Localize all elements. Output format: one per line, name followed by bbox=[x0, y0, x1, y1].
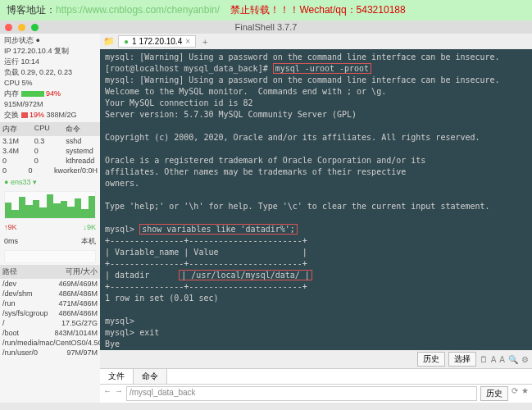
sync-status: 同步状态 ● bbox=[4, 35, 96, 46]
process-row[interactable]: 00kthreadd bbox=[0, 156, 100, 166]
ping-chart bbox=[4, 250, 96, 263]
process-row[interactable]: 3.1M0.3sshd bbox=[0, 136, 100, 146]
path-history-button[interactable]: 历史 bbox=[480, 386, 508, 401]
forward-icon[interactable]: → bbox=[115, 386, 123, 401]
disk-row[interactable]: /run471M/486M bbox=[2, 298, 98, 308]
uptime: 运行 10:14 bbox=[4, 57, 96, 67]
disk-header: 路径可用/大小 bbox=[0, 265, 100, 279]
disk-row[interactable]: /boot843M/1014M bbox=[2, 328, 98, 338]
maximize-icon[interactable] bbox=[31, 24, 39, 31]
cpu: CPU 5% bbox=[4, 78, 96, 89]
process-header: 内存CPU命令 bbox=[0, 122, 100, 136]
local-label: 本机 bbox=[81, 236, 96, 247]
settings-icon[interactable]: ⚙ bbox=[521, 355, 529, 364]
tab-file[interactable]: 文件 bbox=[100, 369, 134, 384]
disk-row[interactable]: /run/user/097M/97M bbox=[2, 348, 98, 358]
mem-row: 内存 94% 915M/972M bbox=[4, 89, 96, 110]
swap-row: 交换 19% 388M/2G bbox=[4, 110, 96, 121]
path-input[interactable]: /mysql_data_back bbox=[126, 386, 477, 401]
tab-bar: 📁 ●1 172.20.10.4× + bbox=[100, 34, 532, 49]
app-title: FinalShell 3.7.7 bbox=[235, 22, 298, 32]
folder-icon[interactable]: 📁 bbox=[103, 36, 115, 47]
sidebar: 同步状态 ● IP 172.20.10.4 复制 运行 10:14 负载 0.2… bbox=[0, 34, 100, 403]
history-button[interactable]: 历史 bbox=[417, 352, 445, 367]
minimize-icon[interactable] bbox=[18, 24, 25, 31]
bookmark-icon[interactable]: ★ bbox=[521, 386, 529, 401]
refresh-icon[interactable]: ⟳ bbox=[512, 386, 518, 401]
top-banner: 博客地址：https://www.cnblogs.com/chenyanbin/… bbox=[0, 0, 532, 20]
net-interface[interactable]: ● ens33 ▾ bbox=[4, 178, 37, 186]
font-larger-icon[interactable]: A bbox=[499, 355, 505, 364]
net-chart bbox=[4, 191, 96, 219]
select-button[interactable]: 选择 bbox=[448, 352, 476, 367]
tab-command[interactable]: 命令 bbox=[134, 369, 167, 384]
session-tab[interactable]: ●1 172.20.10.4× bbox=[118, 35, 196, 48]
process-row[interactable]: 00kworker/0:0H bbox=[0, 166, 100, 175]
back-icon[interactable]: ← bbox=[103, 386, 111, 401]
terminal-statusbar: 历史 选择 🗒 A A 🔍 ⚙ bbox=[100, 350, 532, 368]
notes-icon[interactable]: 🗒 bbox=[480, 355, 488, 364]
close-icon[interactable] bbox=[5, 24, 12, 31]
search-icon[interactable]: 🔍 bbox=[508, 355, 518, 364]
load: 负载 0.29, 0.22, 0.23 bbox=[4, 67, 96, 78]
terminal[interactable]: mysql: [Warning] Using a password on the… bbox=[100, 49, 532, 350]
add-tab-button[interactable]: + bbox=[199, 37, 211, 47]
window-controls[interactable] bbox=[5, 23, 42, 33]
window-titlebar: FinalShell 3.7.7 bbox=[0, 20, 532, 34]
disk-row[interactable]: /run/media/mac/CentOS0/4.5G bbox=[2, 338, 98, 348]
disk-row[interactable]: /dev/shm486M/486M bbox=[2, 289, 98, 298]
close-icon[interactable]: × bbox=[185, 37, 190, 46]
lower-panel: 文件 命令 ← → /mysql_data_back 历史 ⟳ ★ bbox=[100, 368, 532, 403]
disk-row[interactable]: /sys/fs/cgroup486M/486M bbox=[2, 308, 98, 318]
process-row[interactable]: 3.4M0systemd bbox=[0, 146, 100, 156]
disk-row[interactable]: /17.5G/27G bbox=[2, 318, 98, 328]
font-smaller-icon[interactable]: A bbox=[491, 355, 497, 364]
disk-row[interactable]: /dev469M/469M bbox=[2, 279, 98, 289]
ip-line[interactable]: IP 172.20.10.4 复制 bbox=[4, 46, 96, 57]
